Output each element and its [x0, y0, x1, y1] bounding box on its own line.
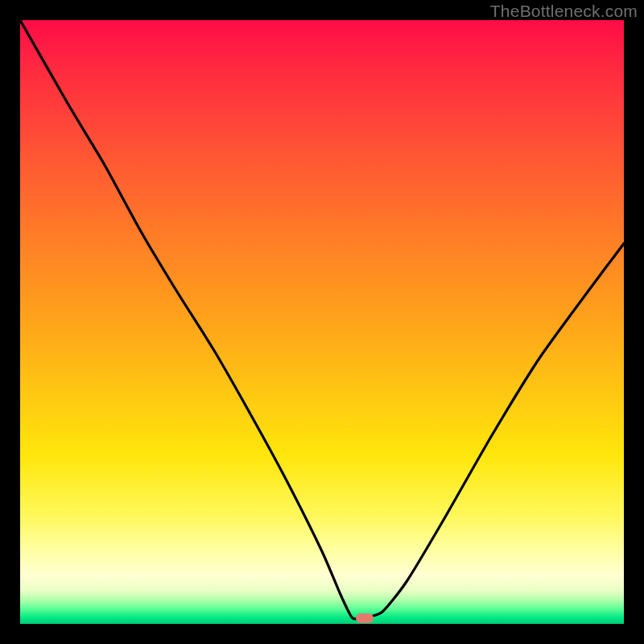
curve-svg — [20, 20, 624, 624]
chart-frame: TheBottleneck.com — [0, 0, 644, 644]
plot-area — [20, 20, 624, 624]
bottleneck-curve-path — [20, 20, 624, 619]
optimal-point-marker — [356, 613, 374, 623]
watermark-text: TheBottleneck.com — [490, 2, 638, 21]
